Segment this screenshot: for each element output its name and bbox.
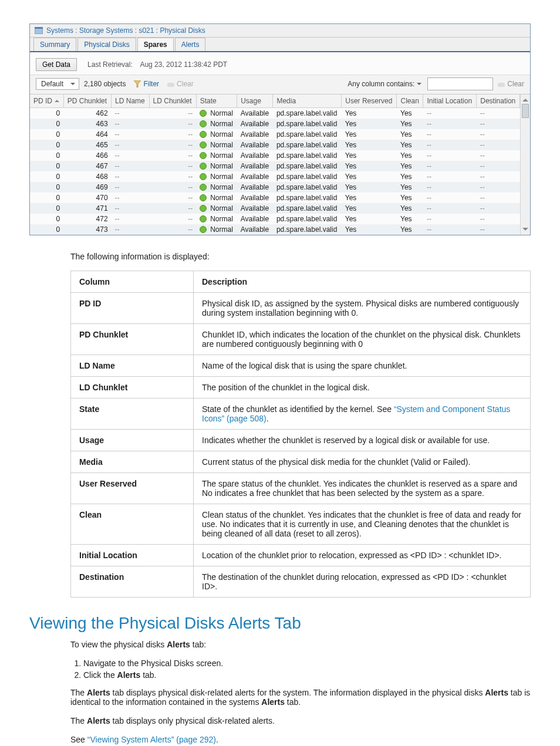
col-ld-name[interactable]: LD Name bbox=[112, 94, 149, 108]
table-row[interactable]: 0472----NormalAvailablepd.spare.label.va… bbox=[30, 214, 520, 224]
info-col-desc: Clean status of the chunklet. Yes indica… bbox=[194, 504, 531, 545]
filter-link[interactable]: Filter bbox=[134, 80, 159, 88]
cell-pd-id: 0 bbox=[30, 182, 63, 193]
app-panel: Systems : Storage Systems : s021 : Physi… bbox=[29, 23, 531, 235]
table-row[interactable]: 0462----NormalAvailablepd.spare.label.va… bbox=[30, 108, 520, 119]
view-dropdown[interactable]: Default bbox=[36, 78, 79, 90]
cell-state: Normal bbox=[196, 129, 237, 140]
table-row[interactable]: 0471----NormalAvailablepd.spare.label.va… bbox=[30, 203, 520, 214]
col-state[interactable]: State bbox=[196, 94, 237, 108]
col-user-reserved[interactable]: User Reserved bbox=[342, 94, 397, 108]
cell-ld-name: -- bbox=[112, 224, 149, 235]
info-col-desc: The position of the chunklet in the logi… bbox=[194, 377, 531, 399]
cell-ld-chunklet: -- bbox=[149, 182, 196, 193]
para-2: The Alerts tab displays only physical di… bbox=[70, 716, 531, 725]
system-alerts-link[interactable]: “Viewing System Alerts” (page 292) bbox=[87, 735, 216, 744]
step-2-bold: Alerts bbox=[117, 670, 141, 680]
cell-initial-location: -- bbox=[423, 203, 477, 214]
step-1: Navigate to the Physical Disks screen. bbox=[83, 659, 531, 668]
col-clean[interactable]: Clean bbox=[397, 94, 423, 108]
chevron-down-icon[interactable] bbox=[417, 83, 421, 87]
info-row: DestinationThe destination of the chunkl… bbox=[71, 566, 531, 598]
scroll-thumb[interactable] bbox=[522, 104, 529, 118]
para-3: See “Viewing System Alerts” (page 292). bbox=[70, 735, 531, 744]
cell-pd-id: 0 bbox=[30, 171, 63, 182]
table-row[interactable]: 0463----NormalAvailablepd.spare.label.va… bbox=[30, 119, 520, 129]
info-row: CleanClean status of the chunklet. Yes i… bbox=[71, 504, 531, 545]
tab-spares[interactable]: Spares bbox=[137, 38, 174, 51]
cell-ld-chunklet: -- bbox=[149, 140, 196, 150]
cell-pd-chunklet: 468 bbox=[63, 171, 111, 182]
cell-media: pd.spare.label.valid bbox=[273, 119, 342, 129]
table-row[interactable]: 0470----NormalAvailablepd.spare.label.va… bbox=[30, 193, 520, 203]
col-media[interactable]: Media bbox=[273, 94, 342, 108]
status-dot-icon bbox=[200, 110, 207, 117]
cell-state: Normal bbox=[196, 203, 237, 214]
toolbar: Get Data Last Retrieval: Aug 23, 2012 11… bbox=[30, 52, 530, 75]
cell-user-reserved: Yes bbox=[342, 129, 397, 140]
table-row[interactable]: 0466----NormalAvailablepd.spare.label.va… bbox=[30, 150, 520, 161]
cell-initial-location: -- bbox=[423, 129, 477, 140]
tab-summary[interactable]: Summary bbox=[33, 38, 76, 51]
cell-usage: Available bbox=[237, 182, 273, 193]
filter-bar: Default 2,180 objects Filter Clear Any c… bbox=[30, 75, 530, 94]
cell-media: pd.spare.label.valid bbox=[273, 140, 342, 150]
table-row[interactable]: 0464----NormalAvailablepd.spare.label.va… bbox=[30, 129, 520, 140]
p2-b: Alerts bbox=[87, 716, 110, 725]
p3-post: . bbox=[216, 735, 218, 744]
tab-alerts[interactable]: Alerts bbox=[175, 38, 206, 51]
col-initial-location[interactable]: Initial Location bbox=[423, 94, 477, 108]
cell-clean: Yes bbox=[397, 140, 423, 150]
cell-destination: -- bbox=[477, 161, 520, 171]
p1-mid: tab displays physical disk-related alert… bbox=[110, 688, 485, 697]
last-retrieval: Last Retrieval: Aug 23, 2012 11:38:42 PD… bbox=[87, 60, 227, 69]
cell-pd-chunklet: 464 bbox=[63, 129, 111, 140]
info-col-desc: Location of the chunklet prior to reloca… bbox=[194, 545, 531, 566]
cell-usage: Available bbox=[237, 108, 273, 119]
col-destination[interactable]: Destination bbox=[477, 94, 520, 108]
scroll-up-icon[interactable] bbox=[522, 96, 528, 102]
cell-clean: Yes bbox=[397, 224, 423, 235]
table-row[interactable]: 0473----NormalAvailablepd.spare.label.va… bbox=[30, 224, 520, 235]
cell-ld-name: -- bbox=[112, 119, 149, 129]
info-col-desc: State of the chunklet as identified by t… bbox=[194, 399, 531, 430]
cell-clean: Yes bbox=[397, 150, 423, 161]
table-row[interactable]: 0468----NormalAvailablepd.spare.label.va… bbox=[30, 171, 520, 182]
cell-state: Normal bbox=[196, 140, 237, 150]
table-row[interactable]: 0469----NormalAvailablepd.spare.label.va… bbox=[30, 182, 520, 193]
tab-physical-disks[interactable]: Physical Disks bbox=[77, 38, 136, 51]
cell-destination: -- bbox=[477, 182, 520, 193]
cell-destination: -- bbox=[477, 171, 520, 182]
cell-user-reserved: Yes bbox=[342, 193, 397, 203]
clear-column-filter[interactable]: Clear bbox=[498, 80, 524, 88]
info-col-desc: Name of the logical disk that is using t… bbox=[194, 355, 531, 377]
cell-initial-location: -- bbox=[423, 224, 477, 235]
clear-filter[interactable]: Clear bbox=[167, 80, 194, 88]
col-pd-chunklet[interactable]: PD Chunklet bbox=[63, 94, 111, 108]
info-col-desc: The spare status of the chunklet. Yes in… bbox=[194, 473, 531, 504]
p1-pre: The bbox=[70, 688, 87, 697]
status-dot-icon bbox=[200, 226, 207, 233]
status-dot-icon bbox=[200, 194, 207, 201]
cell-usage: Available bbox=[237, 224, 273, 235]
cell-ld-name: -- bbox=[112, 108, 149, 119]
col-usage[interactable]: Usage bbox=[237, 94, 273, 108]
col-ld-chunklet[interactable]: LD Chunklet bbox=[149, 94, 196, 108]
col-pd-id[interactable]: PD ID bbox=[30, 94, 63, 108]
table-row[interactable]: 0467----NormalAvailablepd.spare.label.va… bbox=[30, 161, 520, 171]
column-filter-input[interactable] bbox=[427, 77, 493, 90]
cell-state: Normal bbox=[196, 161, 237, 171]
cell-ld-chunklet: -- bbox=[149, 224, 196, 235]
cell-user-reserved: Yes bbox=[342, 140, 397, 150]
window-icon bbox=[35, 27, 43, 34]
info-col-desc: Physical disk ID, as assigned by the sys… bbox=[194, 293, 531, 324]
cell-media: pd.spare.label.valid bbox=[273, 203, 342, 214]
table-row[interactable]: 0465----NormalAvailablepd.spare.label.va… bbox=[30, 140, 520, 150]
status-icons-link[interactable]: “System and Component Status Icons” (pag… bbox=[202, 404, 510, 423]
get-data-button[interactable]: Get Data bbox=[36, 58, 77, 71]
status-dot-icon bbox=[200, 131, 207, 138]
cell-pd-id: 0 bbox=[30, 129, 63, 140]
info-hdr-col: Column bbox=[71, 271, 194, 293]
scroll-down-icon[interactable] bbox=[522, 228, 528, 234]
vertical-scrollbar[interactable] bbox=[520, 94, 530, 235]
